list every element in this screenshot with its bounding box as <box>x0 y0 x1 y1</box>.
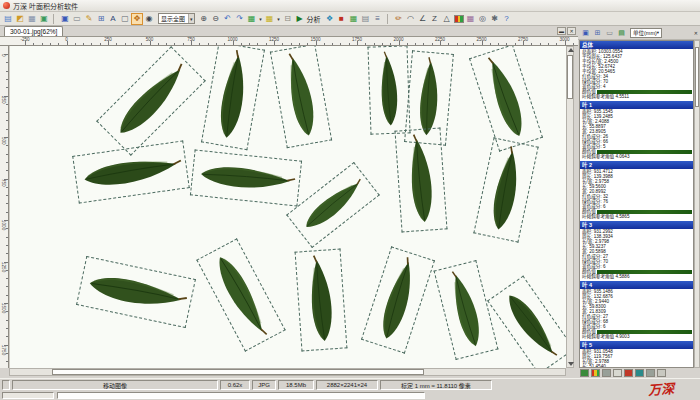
app-window: 万深 叶面积分析软件 ▤◩▦▣▣▭✎⊞A▢✥◉显示全图▾⊕⊖↶↷▦▾▦▾⊟▶分析… <box>0 0 700 400</box>
run-analyze-icon[interactable]: ▶ <box>294 13 306 25</box>
arc-measure-icon[interactable]: ◠ <box>405 13 417 25</box>
help-icon[interactable]: ? <box>501 13 513 25</box>
horizontal-scrollbar[interactable] <box>9 368 566 376</box>
palette-icon[interactable] <box>657 369 666 377</box>
status-mode: 移动图像 <box>12 380 218 390</box>
section-header[interactable]: 叶 2 <box>580 161 693 169</box>
scroll-up-arrow[interactable] <box>568 48 574 52</box>
palette-icon[interactable] <box>646 369 655 377</box>
view-mode-select[interactable]: 显示全图▾ <box>158 13 195 24</box>
result-section: 叶 5面积: 931.0548周长: 119.7567长/宽: 2.9788长:… <box>580 341 693 368</box>
bottom-progress-area <box>57 392 425 399</box>
leaf-shape <box>376 53 403 128</box>
toolbar-separator <box>53 14 57 24</box>
select-region-icon[interactable]: ▢ <box>119 13 131 25</box>
new-file-icon[interactable]: ▤ <box>2 13 14 25</box>
palette-icon[interactable] <box>635 369 644 377</box>
text-tool-icon[interactable]: A <box>107 13 119 25</box>
export-excel-icon[interactable]: ▤ <box>616 27 627 38</box>
panel-close-icon[interactable]: ✕ <box>694 30 698 36</box>
vertical-scroll-thumb[interactable] <box>567 55 573 99</box>
open-folder-icon[interactable]: ◩ <box>14 13 26 25</box>
status-calibration: 标定 1 mm ≈ 11.8110 像素 <box>380 380 492 390</box>
document-tab[interactable]: 300-01.jpg[62%] <box>4 26 63 36</box>
color-swatch-bar <box>597 90 692 94</box>
copy-result-icon[interactable]: ⊞ <box>592 27 603 38</box>
panel-scrollbar[interactable] <box>694 40 700 368</box>
save-result-icon[interactable]: ▣ <box>580 27 591 38</box>
green-layer-icon[interactable]: ▦ <box>246 13 258 25</box>
table-icon[interactable]: ▤ <box>360 13 372 25</box>
palette-icon[interactable] <box>613 369 622 377</box>
v-ruler-label: 500 <box>1 137 6 145</box>
print-icon[interactable]: ▭ <box>71 13 83 25</box>
yellow-layer-icon[interactable]: ▦ <box>264 13 276 25</box>
edit-pencil-icon[interactable]: ✎ <box>83 13 95 25</box>
image-canvas[interactable] <box>9 46 566 368</box>
result-section: 叶 2面积: 931.4712周长: 139.3988长/宽: 2.9758长:… <box>580 161 693 219</box>
pan-hand-icon[interactable]: ✥ <box>131 13 143 25</box>
status-zoom: 0.62x <box>220 380 250 390</box>
area-measure-icon[interactable]: △ <box>441 13 453 25</box>
status-dimensions: 2882×2241×24 <box>316 380 378 390</box>
palette-icon[interactable] <box>624 369 633 377</box>
angle-row: 叶倾斜参考角值 4.0643 <box>580 154 693 159</box>
tab-strip: 300-01.jpg[62%] ▬✕ <box>0 26 578 37</box>
scroll-down-arrow[interactable] <box>568 362 574 366</box>
copy-page-icon[interactable]: ⊞ <box>95 13 107 25</box>
grid-cells-icon[interactable]: ▦ <box>348 13 360 25</box>
title-bar: 万深 叶面积分析软件 <box>0 0 700 12</box>
mdi-minimize-button[interactable]: ▬ <box>557 27 566 35</box>
result-section: 叶 1面积: 935.1545周长: 139.2485长/宽: 2.4088长:… <box>580 101 693 159</box>
settings-gear-icon[interactable]: ✱ <box>489 13 501 25</box>
palette-icon[interactable]: ▦ <box>465 13 477 25</box>
angle-measure-icon[interactable]: ∠ <box>417 13 429 25</box>
polyline-measure-icon[interactable]: Ζ <box>429 13 441 25</box>
vertical-ruler: 02505007501000125015001750 <box>0 46 9 368</box>
color-bands-icon[interactable] <box>454 15 464 23</box>
redo-icon[interactable]: ↷ <box>234 13 246 25</box>
vendor-logo: 万深 <box>647 378 674 399</box>
chevron-down-icon[interactable]: ▾ <box>188 14 194 23</box>
window-title: 万深 叶面积分析软件 <box>13 1 78 11</box>
section-header[interactable]: 叶 3 <box>580 221 693 229</box>
color-swatch-bar <box>597 210 692 214</box>
print-result-icon[interactable]: ▭ <box>604 27 615 38</box>
camera-capture-icon[interactable]: ▣ <box>38 13 50 25</box>
palette-icon[interactable] <box>602 369 611 377</box>
horizontal-scroll-thumb[interactable] <box>52 369 424 375</box>
angle-row: 叶倾斜参考角值 4.9003 <box>580 334 693 339</box>
result-section: 叶 4面积: 935.1486周长: 132.6876长/宽: 2.9440长:… <box>580 281 693 339</box>
vertical-scrollbar[interactable] <box>566 46 574 368</box>
zoom-out-icon[interactable]: ⊖ <box>210 13 222 25</box>
save-all-icon[interactable]: ▦ <box>26 13 38 25</box>
result-section: 总体总面积: 10303.0554平均周长: 125.6437平均长/宽: 2.… <box>580 41 693 99</box>
results-list[interactable]: 总体总面积: 10303.0554平均周长: 125.6437平均长/宽: 2.… <box>579 40 694 368</box>
section-header[interactable]: 叶 1 <box>580 101 693 109</box>
target-circle-icon[interactable]: ◎ <box>477 13 489 25</box>
section-header[interactable]: 总体 <box>580 41 693 49</box>
dash-tool-icon[interactable]: ⊟ <box>282 13 294 25</box>
save-icon[interactable]: ▣ <box>59 13 71 25</box>
bottom-strip <box>0 391 700 400</box>
section-header[interactable]: 叶 5 <box>580 341 693 349</box>
undo-icon[interactable]: ↶ <box>222 13 234 25</box>
horizontal-ruler: -250025050075010001250150017502000225025… <box>0 37 578 46</box>
palette-icon[interactable] <box>591 369 600 377</box>
marker-icon[interactable]: ❖ <box>324 13 336 25</box>
bottom-cell-left <box>2 392 54 399</box>
zoom-in-icon[interactable]: ⊕ <box>198 13 210 25</box>
chevron-down-icon[interactable]: ▾ <box>657 30 659 35</box>
leaf-shape <box>403 135 439 225</box>
angle-row: 叶倾斜参考角值 4.5865 <box>580 214 693 219</box>
mdi-close-button[interactable]: ✕ <box>567 27 576 35</box>
panel-scroll-thumb[interactable] <box>695 47 699 107</box>
palette-icon[interactable] <box>580 369 589 377</box>
report-list-icon[interactable]: ≡ <box>372 13 384 25</box>
stop-icon[interactable]: ■ <box>336 13 348 25</box>
magnifier-icon[interactable]: ◉ <box>143 13 155 25</box>
leaf-shape <box>303 256 339 344</box>
section-header[interactable]: 叶 4 <box>580 281 693 289</box>
draw-pencil-icon[interactable]: ✏ <box>393 13 405 25</box>
unit-select[interactable]: 单位(mm) ▾ <box>630 28 662 38</box>
